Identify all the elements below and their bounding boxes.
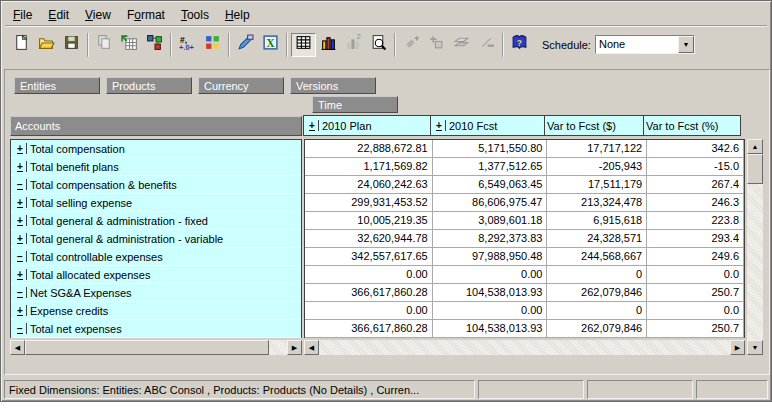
- data-cell[interactable]: 22,888,672.81: [305, 140, 433, 157]
- data-cell[interactable]: 246.3: [647, 194, 744, 211]
- data-cell[interactable]: 0.0: [647, 266, 744, 283]
- scrollbar-track[interactable]: [747, 184, 763, 340]
- data-cell[interactable]: 24,328,571: [547, 230, 647, 247]
- row-label[interactable]: +Total benefit plans: [11, 158, 301, 176]
- data-cell[interactable]: 1,377,512.65: [433, 158, 548, 175]
- data-cell[interactable]: 0.00: [433, 302, 548, 319]
- dimension-tab-entities[interactable]: Entities: [14, 77, 100, 94]
- data-cell[interactable]: -205,943: [547, 158, 647, 175]
- data-cell[interactable]: 17,717,122: [547, 140, 647, 157]
- row-label[interactable]: −Total controllable expenses: [11, 248, 301, 266]
- expand-icon[interactable]: +: [14, 215, 27, 226]
- column-dimension-button-time[interactable]: Time: [312, 96, 398, 113]
- expand-icon[interactable]: +: [306, 120, 319, 131]
- data-cell[interactable]: 0.00: [305, 266, 433, 283]
- expand-icon[interactable]: +: [14, 269, 27, 280]
- expand-icon[interactable]: +: [14, 197, 27, 208]
- data-cell[interactable]: 293.4: [647, 230, 744, 247]
- data-cell[interactable]: 0: [547, 302, 647, 319]
- data-cell[interactable]: 97,988,950.48: [433, 248, 548, 265]
- data-cell[interactable]: 0.0: [647, 302, 744, 319]
- edit-formula-button[interactable]: [233, 33, 258, 57]
- data-cell[interactable]: 342,557,617.65: [305, 248, 433, 265]
- scrollbar-thumb[interactable]: [747, 154, 763, 184]
- data-cell[interactable]: 24,060,242.63: [305, 176, 433, 193]
- data-cell[interactable]: 250.7: [647, 284, 744, 301]
- data-cell[interactable]: 366,617,860.28: [305, 320, 433, 337]
- dimension-tab-currency[interactable]: Currency: [198, 77, 284, 94]
- grid-view-button[interactable]: [291, 33, 316, 57]
- data-cell[interactable]: 244,568,667: [547, 248, 647, 265]
- insert-plus-button[interactable]: [399, 33, 424, 57]
- data-cell[interactable]: 267.4: [647, 176, 744, 193]
- row-label[interactable]: +Total selling expense: [11, 194, 301, 212]
- data-cell[interactable]: 6,915,618: [547, 212, 647, 229]
- column-header[interactable]: Var to Fcst (%): [643, 115, 741, 136]
- collapse-icon[interactable]: −: [14, 179, 27, 190]
- data-cell[interactable]: 0.00: [433, 266, 548, 283]
- data-cell[interactable]: 213,324,478: [547, 194, 647, 211]
- row-label[interactable]: −Total net expenses: [11, 320, 301, 338]
- data-cell[interactable]: 8,292,373.83: [433, 230, 548, 247]
- data-cell[interactable]: 249.6: [647, 248, 744, 265]
- scroll-left-icon[interactable]: ◀: [10, 340, 25, 355]
- help-book-button[interactable]: ?: [507, 33, 532, 57]
- menu-tools[interactable]: Tools: [173, 6, 217, 24]
- data-cell[interactable]: 104,538,013.93: [433, 320, 548, 337]
- data-cell[interactable]: -15.0: [647, 158, 744, 175]
- row-label[interactable]: −Net SG&A Expenses: [11, 284, 301, 302]
- scroll-up-icon[interactable]: ▲: [747, 139, 763, 154]
- row-dimension-header-accounts[interactable]: Accounts: [10, 116, 302, 136]
- link-dimensions-button[interactable]: [142, 33, 167, 57]
- scrollbar-track[interactable]: [319, 340, 730, 355]
- cell-colors-button[interactable]: [200, 33, 225, 57]
- expand-icon[interactable]: +: [14, 143, 27, 154]
- data-cell[interactable]: 17,511,179: [547, 176, 647, 193]
- menu-help[interactable]: Help: [217, 6, 258, 24]
- refresh-grid-button[interactable]: [117, 33, 142, 57]
- schedule-dropdown[interactable]: None▼: [595, 35, 695, 54]
- save-button[interactable]: [59, 33, 84, 57]
- chevron-down-icon[interactable]: ▼: [678, 36, 694, 53]
- data-cell[interactable]: 223.8: [647, 212, 744, 229]
- data-cell[interactable]: 32,620,944.78: [305, 230, 433, 247]
- row-label[interactable]: +Expense credits: [11, 302, 301, 320]
- data-cell[interactable]: 86,606,975.47: [433, 194, 548, 211]
- scroll-left-icon[interactable]: ◀: [304, 340, 319, 355]
- data-cell[interactable]: 3,089,601.18: [433, 212, 548, 229]
- dimension-tab-versions[interactable]: Versions: [290, 77, 376, 94]
- data-cell[interactable]: 10,005,219.35: [305, 212, 433, 229]
- collapse-icon[interactable]: −: [14, 287, 27, 298]
- scroll-right-icon[interactable]: ▶: [287, 340, 302, 355]
- row-label[interactable]: +Total allocated expenses: [11, 266, 301, 284]
- open-file-button[interactable]: [34, 33, 59, 57]
- scroll-down-icon[interactable]: ▼: [747, 340, 763, 355]
- menu-format[interactable]: Format: [119, 6, 173, 24]
- row-label[interactable]: +Total general & administration - variab…: [11, 230, 301, 248]
- scrollbar-track[interactable]: [269, 340, 287, 355]
- column-header[interactable]: Var to Fcst ($): [544, 115, 644, 136]
- collapse-icon[interactable]: −: [14, 323, 27, 334]
- data-cell[interactable]: 299,931,453.52: [305, 194, 433, 211]
- print-preview-button[interactable]: [366, 33, 391, 57]
- data-cell[interactable]: 6,549,063.45: [433, 176, 548, 193]
- remove-minus-button[interactable]: [474, 33, 499, 57]
- stack-sheets-button[interactable]: [449, 33, 474, 57]
- new-document-button[interactable]: [9, 33, 34, 57]
- data-cell[interactable]: 5,171,550.80: [433, 140, 548, 157]
- scrollbar-thumb[interactable]: [25, 340, 269, 355]
- add-cell-button[interactable]: [424, 33, 449, 57]
- data-cell[interactable]: 0.00: [305, 302, 433, 319]
- row-label[interactable]: +Total compensation: [11, 140, 301, 158]
- expand-icon[interactable]: +: [14, 161, 27, 172]
- copy-button[interactable]: [92, 33, 117, 57]
- expand-icon[interactable]: +: [14, 233, 27, 244]
- collapse-icon[interactable]: −: [14, 251, 27, 262]
- data-cell[interactable]: 1,171,569.82: [305, 158, 433, 175]
- number-format-button[interactable]: #,+.0+: [175, 33, 200, 57]
- data-cell[interactable]: 0: [547, 266, 647, 283]
- data-cell[interactable]: 342.6: [647, 140, 744, 157]
- chart-view-button[interactable]: [316, 33, 341, 57]
- data-cell[interactable]: 104,538,013.93: [433, 284, 548, 301]
- expand-icon[interactable]: +: [433, 120, 446, 131]
